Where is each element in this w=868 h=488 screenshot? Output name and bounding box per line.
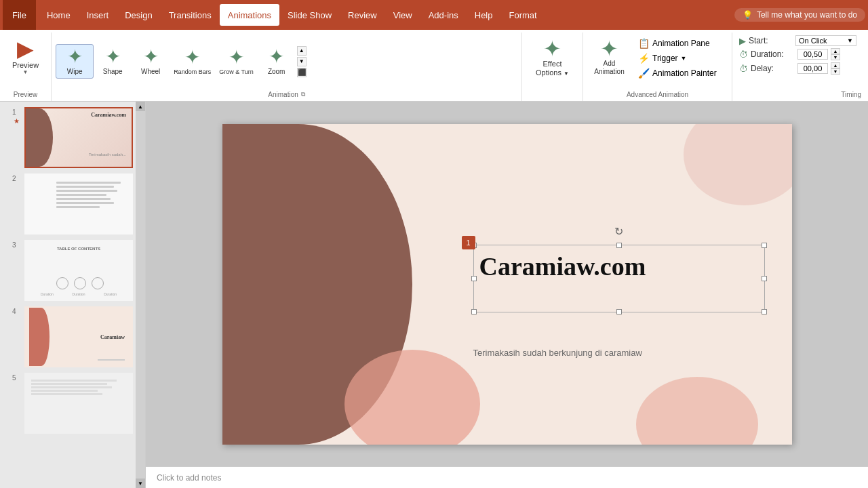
transitions-tab[interactable]: Transitions [161, 4, 220, 26]
animation-wipe[interactable]: ✦ Wipe [56, 44, 94, 79]
animation-shape[interactable]: ✦ Shape [94, 45, 132, 78]
random-bars-icon: ✦ [184, 48, 200, 67]
slide-item-5[interactable]: 5 [7, 373, 129, 434]
delay-row: ⏱ Delay: ▲ ▼ [739, 62, 861, 75]
selected-text-box[interactable]: ↻ 1 Caramiaw.com [473, 245, 765, 312]
slide-scrollbar[interactable]: ▲ ▼ [136, 102, 145, 488]
start-dropdown-icon: ▼ [847, 37, 853, 44]
slide-scroll-up[interactable]: ▲ [136, 102, 145, 111]
start-select[interactable]: On Click ▼ [795, 35, 856, 46]
wipe-icon: ✦ [67, 47, 83, 66]
thumb4-content: Caramiaw [26, 308, 132, 366]
slide-num-1: 1 [12, 108, 20, 116]
preview-group-label: Preview [14, 91, 38, 98]
thumb5-content [26, 374, 132, 432]
duration-label: Duration: [751, 49, 795, 59]
animation-expand-icon[interactable]: ⧉ [301, 91, 305, 98]
duration-spin-down[interactable]: ▼ [831, 54, 840, 60]
slideshow-tab[interactable]: Slide Show [279, 4, 340, 26]
slide-thumb-2[interactable] [24, 174, 133, 235]
slide-item-3[interactable]: 3 TABLE OF CONTENTS Duration [7, 240, 129, 301]
handle-bottom-left[interactable] [471, 309, 477, 314]
slide-list: 1 ★ Caramiaw.com Terimakasih sudah... [0, 102, 136, 488]
design-tab[interactable]: Design [117, 4, 160, 26]
delay-spin-up[interactable]: ▲ [831, 62, 840, 68]
preview-dropdown-icon[interactable]: ▼ [23, 69, 28, 75]
view-tab[interactable]: View [385, 4, 420, 26]
handle-top-middle[interactable] [616, 243, 622, 248]
animation-painter-button[interactable]: 🖌️ Animation Painter [634, 66, 721, 80]
delay-spin-down[interactable]: ▼ [831, 68, 840, 75]
delay-label: Delay: [751, 64, 795, 73]
handle-bottom-middle[interactable] [616, 309, 622, 314]
slide-scroll-down[interactable]: ▼ [136, 479, 145, 488]
slide-canvas[interactable]: ↻ 1 Caramiaw.com Terimakasih sudah berku… [222, 124, 792, 445]
slide-num-5: 5 [12, 374, 20, 382]
add-animation-icon: ✦ [600, 38, 618, 60]
slide-item-2[interactable]: 2 [7, 174, 129, 235]
subtitle-text: Terimakasih sudah berkunjung di caramiaw [473, 348, 642, 358]
wheel-icon: ✦ [143, 47, 159, 66]
tell-me-search[interactable]: 💡 Tell me what you want to do [734, 8, 865, 22]
delay-icon: ⏱ [739, 64, 748, 74]
animation-wheel[interactable]: ✦ Wheel [132, 45, 170, 78]
add-animation-button[interactable]: ✦ AddAnimation [587, 35, 631, 79]
start-row: ▶ Start: On Click ▼ [739, 35, 861, 46]
slide-thumb-3[interactable]: TABLE OF CONTENTS Duration Duration Dura… [24, 240, 133, 301]
effect-options-group: ✦ EffectOptions ▼ [522, 33, 583, 101]
notes-placeholder: Click to add notes [157, 473, 221, 483]
animation-random-bars[interactable]: ✦ Random Bars [170, 45, 215, 78]
handle-bottom-right[interactable] [762, 309, 767, 314]
insert-tab[interactable]: Insert [79, 4, 117, 26]
animation-scroll: ▲ ▼ ⬛ [297, 45, 307, 78]
slide-item-1[interactable]: 1 ★ Caramiaw.com Terimakasih sudah... [7, 107, 129, 168]
trigger-button[interactable]: ⚡ Trigger ▼ [634, 52, 721, 65]
animation-grow-turn[interactable]: ✦ Grow & Turn [215, 45, 258, 78]
animation-zoom[interactable]: ✦ Zoom [258, 45, 296, 78]
effect-options-label: EffectOptions ▼ [536, 60, 569, 77]
review-tab[interactable]: Review [340, 4, 385, 26]
slide-num-3: 3 [12, 241, 20, 249]
slide-item-4[interactable]: 4 Caramiaw [7, 306, 129, 367]
handle-middle-left[interactable] [471, 276, 477, 281]
addins-tab[interactable]: Add-ins [420, 4, 467, 26]
handle-middle-right[interactable] [762, 276, 767, 281]
scroll-up-button[interactable]: ▲ [297, 46, 307, 56]
canvas-area: ↻ 1 Caramiaw.com Terimakasih sudah berku… [146, 102, 868, 488]
play-icon: ▶ [17, 38, 34, 60]
slide-thumb-1[interactable]: Caramiaw.com Terimakasih sudah... [24, 107, 133, 168]
tell-me-label: Tell me what you want to do [757, 10, 857, 20]
slide-thumb-5[interactable] [24, 373, 133, 434]
lightbulb-icon: 💡 [743, 10, 753, 20]
grow-turn-label: Grow & Turn [219, 68, 254, 75]
scroll-down-button[interactable]: ▼ [297, 57, 307, 66]
timing-group: ▶ Start: On Click ▼ ⏱ Duration: ▲ ▼ ⏱ De… [732, 33, 868, 101]
file-tab[interactable]: File [3, 0, 36, 30]
animation-painter-label: Animation Painter [652, 68, 717, 78]
rotate-handle[interactable]: ↻ [614, 225, 623, 238]
wipe-label: Wipe [67, 68, 83, 75]
duration-input[interactable] [797, 49, 828, 60]
thumb1-content: Caramiaw.com Terimakasih sudah... [26, 108, 132, 167]
duration-spin-up[interactable]: ▲ [831, 48, 840, 54]
home-tab[interactable]: Home [39, 4, 79, 26]
wheel-label: Wheel [141, 68, 160, 75]
notes-bar[interactable]: Click to add notes [146, 466, 868, 488]
effect-options-button[interactable]: ✦ EffectOptions ▼ [530, 35, 574, 80]
animation-pane-button[interactable]: 📋 Animation Pane [634, 37, 721, 50]
slide-thumb-4[interactable]: Caramiaw [24, 306, 133, 367]
peach-bottom-blob [636, 377, 758, 445]
format-tab[interactable]: Format [501, 4, 545, 26]
scroll-more-button[interactable]: ⬛ [297, 68, 307, 77]
animation-number-badge: 1 [462, 236, 475, 249]
delay-input[interactable] [797, 63, 828, 74]
animations-tab[interactable]: Animations [220, 4, 279, 26]
help-tab[interactable]: Help [467, 4, 501, 26]
slide-num-4: 4 [12, 308, 20, 315]
main-area: 1 ★ Caramiaw.com Terimakasih sudah... [0, 102, 868, 488]
slide-star-1: ★ [14, 117, 20, 125]
preview-button[interactable]: ▶ Preview ▼ [7, 35, 44, 78]
trigger-dropdown-icon: ▼ [681, 55, 687, 62]
handle-top-right[interactable] [762, 243, 767, 248]
start-icon: ▶ [739, 36, 746, 46]
